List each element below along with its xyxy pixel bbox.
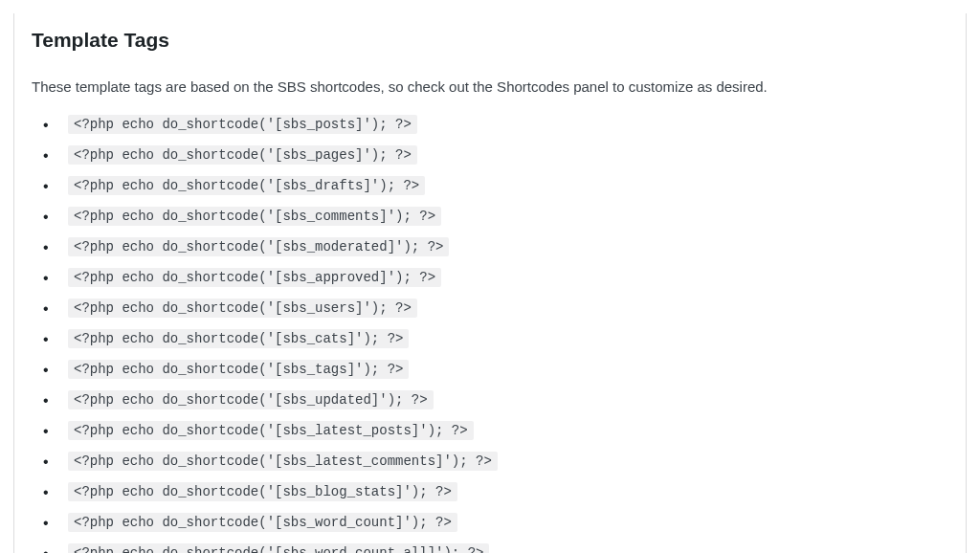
panel-heading: Template Tags: [32, 29, 948, 52]
list-item: <?php echo do_shortcode('[sbs_pages]'); …: [33, 144, 948, 166]
list-item: <?php echo do_shortcode('[sbs_blog_stats…: [33, 481, 948, 502]
list-item: <?php echo do_shortcode('[sbs_posts]'); …: [33, 114, 948, 135]
panel-description: These template tags are based on the SBS…: [32, 77, 948, 99]
list-item: <?php echo do_shortcode('[sbs_moderated]…: [33, 236, 948, 257]
template-tags-panel: Template Tags These template tags are ba…: [13, 13, 967, 553]
list-item: <?php echo do_shortcode('[sbs_latest_com…: [33, 451, 948, 472]
list-item: <?php echo do_shortcode('[sbs_users]'); …: [33, 298, 948, 319]
list-item: <?php echo do_shortcode('[sbs_word_count…: [33, 512, 948, 533]
code-tag: <?php echo do_shortcode('[sbs_drafts]');…: [68, 176, 425, 195]
code-tag: <?php echo do_shortcode('[sbs_pages]'); …: [68, 145, 417, 165]
code-tag: <?php echo do_shortcode('[sbs_approved]'…: [68, 268, 441, 287]
list-item: <?php echo do_shortcode('[sbs_updated]')…: [33, 389, 948, 410]
template-tags-list: <?php echo do_shortcode('[sbs_posts]'); …: [33, 114, 948, 554]
code-tag: <?php echo do_shortcode('[sbs_tags]'); ?…: [68, 360, 409, 379]
code-tag: <?php echo do_shortcode('[sbs_word_count…: [68, 513, 457, 532]
code-tag: <?php echo do_shortcode('[sbs_blog_stats…: [68, 482, 457, 501]
list-item: <?php echo do_shortcode('[sbs_latest_pos…: [33, 420, 948, 441]
list-item: <?php echo do_shortcode('[sbs_approved]'…: [33, 267, 948, 288]
code-tag: <?php echo do_shortcode('[sbs_cats]'); ?…: [68, 329, 409, 348]
code-tag: <?php echo do_shortcode('[sbs_comments]'…: [68, 207, 441, 226]
code-tag: <?php echo do_shortcode('[sbs_updated]')…: [68, 390, 434, 409]
list-item: <?php echo do_shortcode('[sbs_tags]'); ?…: [33, 359, 948, 380]
list-item: <?php echo do_shortcode('[sbs_cats]'); ?…: [33, 328, 948, 349]
list-item: <?php echo do_shortcode('[sbs_word_count…: [33, 542, 948, 554]
code-tag: <?php echo do_shortcode('[sbs_word_count…: [68, 543, 489, 554]
code-tag: <?php echo do_shortcode('[sbs_latest_pos…: [68, 421, 474, 440]
list-item: <?php echo do_shortcode('[sbs_comments]'…: [33, 206, 948, 227]
list-item: <?php echo do_shortcode('[sbs_drafts]');…: [33, 175, 948, 196]
code-tag: <?php echo do_shortcode('[sbs_latest_com…: [68, 452, 498, 471]
code-tag: <?php echo do_shortcode('[sbs_posts]'); …: [68, 115, 417, 134]
code-tag: <?php echo do_shortcode('[sbs_moderated]…: [68, 237, 449, 256]
code-tag: <?php echo do_shortcode('[sbs_users]'); …: [68, 299, 417, 318]
